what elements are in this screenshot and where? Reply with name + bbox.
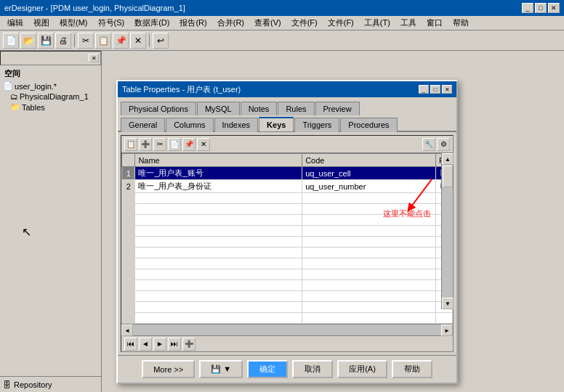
menu-window[interactable]: 窗口	[422, 17, 447, 29]
table-cut-btn[interactable]: ✂	[153, 138, 166, 151]
tree-item-physicaldiagram[interactable]: 🗂 PhysicalDiagram_1	[1, 91, 100, 102]
minimize-btn[interactable]: _	[522, 3, 533, 13]
menu-model[interactable]: 模型(M)	[55, 17, 92, 29]
tab-general[interactable]: General	[121, 118, 165, 132]
tab-indexes[interactable]: Indexes	[214, 118, 259, 132]
scroll-track[interactable]	[442, 165, 453, 298]
table-row-empty	[122, 313, 453, 324]
tab-preview-label: Preview	[323, 105, 352, 113]
menu-bar: 编辑 视图 模型(M) 符号(S) 数据库(D) 报告(R) 合并(R) 查看(…	[0, 16, 564, 30]
modal-close-btn[interactable]: ✕	[442, 85, 452, 94]
row1-name[interactable]: 唯一_用户表_账号	[135, 167, 302, 180]
close-btn[interactable]: ✕	[548, 3, 560, 13]
table-row[interactable]: 1 唯一_用户表_账号 uq_user_cell	[122, 167, 453, 180]
sidebar-tree: 空间 📄 user_login.* 🗂 PhysicalDiagram_1 📁 …	[0, 65, 101, 114]
sidebar-close-btn[interactable]: ✕	[89, 54, 99, 62]
tab-columns[interactable]: Columns	[166, 118, 213, 132]
modal-maximize-btn[interactable]: □	[430, 85, 440, 94]
tab-procedures[interactable]: Procedures	[340, 118, 397, 132]
menu-merge[interactable]: 合并(R)	[213, 17, 249, 29]
table-row[interactable]: 2 唯一_用户表_身份证 uq_user_number	[122, 180, 453, 193]
tables-icon: 📁	[10, 102, 20, 112]
menu-symbol[interactable]: 符号(S)	[94, 17, 129, 29]
table-new-btn[interactable]: 📋	[124, 138, 137, 151]
tree-item-tables[interactable]: 📁 Tables	[1, 102, 100, 113]
row2-name[interactable]: 唯一_用户表_身份证	[135, 180, 302, 193]
open-btn[interactable]: 📂	[20, 33, 36, 49]
undo-btn[interactable]: ↩	[153, 33, 169, 49]
ok-label: 确定	[259, 364, 275, 373]
row2-code[interactable]: uq_user_number	[302, 180, 436, 193]
scroll-up-btn[interactable]: ▲	[442, 153, 454, 165]
tab-notes-label: Notes	[249, 105, 270, 113]
modal-title-bar: Table Properties - 用户表 (t_user) _ □ ✕	[118, 81, 456, 97]
new-btn[interactable]: 📄	[3, 33, 19, 49]
menu-file1[interactable]: 文件(F)	[287, 17, 322, 29]
col-code-header[interactable]: Code	[302, 154, 436, 167]
menu-tools2[interactable]: 工具	[396, 17, 421, 29]
scroll-down-btn[interactable]: ▼	[442, 298, 454, 309]
mouse-cursor: ↖	[22, 225, 31, 239]
menu-tools1[interactable]: 工具(T)	[360, 17, 395, 29]
tab-procedures-label: Procedures	[348, 121, 389, 129]
repo-bar: 🗄 Repository	[0, 376, 101, 392]
menu-edit[interactable]: 编辑	[3, 17, 28, 29]
keys-table: Name Code P 1 唯一_用户表_账号	[121, 153, 453, 324]
table-row-empty	[122, 204, 453, 215]
scroll-left-btn[interactable]: ◄	[121, 324, 133, 336]
nav-prev-btn[interactable]: ◄	[139, 338, 152, 351]
table-row-empty	[122, 258, 453, 269]
app-title: erDesigner - [PDM user_login, PhysicalDi…	[4, 4, 522, 12]
scroll-right-btn[interactable]: ►	[441, 324, 453, 336]
tab-physical-options[interactable]: Physical Options	[121, 102, 196, 115]
tabs-row1: Physical Options MySQL Notes Rules Previ…	[118, 97, 456, 114]
vertical-scrollbar[interactable]: ▲ ▼	[441, 153, 453, 309]
menu-database[interactable]: 数据库(D)	[130, 17, 174, 29]
nav-next-btn[interactable]: ►	[153, 338, 166, 351]
col-name-header[interactable]: Name	[135, 154, 302, 167]
menu-view[interactable]: 视图	[29, 17, 54, 29]
nav-add-btn[interactable]: ➕	[182, 338, 196, 351]
table-filter-btn[interactable]: ⚙	[437, 138, 450, 151]
tab-mysql[interactable]: MySQL	[197, 102, 240, 115]
paste-btn[interactable]: 📌	[113, 33, 129, 49]
cut-btn[interactable]: ✂	[78, 33, 94, 49]
more-button[interactable]: More >>	[142, 360, 195, 378]
menu-file2[interactable]: 文件(F)	[323, 17, 358, 29]
nav-first-btn[interactable]: ⏮	[124, 338, 137, 351]
scroll-thumb[interactable]	[443, 166, 453, 187]
tab-preview[interactable]: Preview	[315, 102, 360, 115]
cancel-button[interactable]: 取消	[292, 360, 333, 378]
sep1	[74, 34, 75, 47]
table-prop-btn[interactable]: 🔧	[422, 138, 435, 151]
maximize-btn[interactable]: □	[535, 3, 547, 13]
table-delete-btn[interactable]: ✕	[197, 138, 210, 151]
menu-report[interactable]: 报告(R)	[175, 17, 211, 29]
help-button[interactable]: 帮助	[392, 360, 432, 378]
apply-button[interactable]: 应用(A)	[337, 360, 387, 378]
print-btn[interactable]: 🖨	[55, 33, 71, 49]
tab-triggers[interactable]: Triggers	[294, 118, 339, 132]
table-paste-btn[interactable]: 📌	[182, 138, 196, 151]
tree-item-userlogin[interactable]: 📄 user_login.*	[1, 81, 100, 91]
delete-btn[interactable]: ✕	[130, 33, 146, 49]
row1-code[interactable]: uq_user_cell	[302, 167, 436, 180]
tab-notes[interactable]: Notes	[241, 102, 278, 115]
menu-view2[interactable]: 查看(V)	[250, 17, 286, 29]
modal-minimize-btn[interactable]: _	[419, 85, 429, 94]
horizontal-scrollbar[interactable]: ◄ ►	[121, 324, 453, 335]
table-copy-btn[interactable]: 📄	[168, 138, 181, 151]
nav-last-btn[interactable]: ⏭	[168, 338, 181, 351]
tab-keys[interactable]: Keys	[259, 117, 294, 131]
diagram-icon: 🗂	[10, 92, 18, 101]
menu-help[interactable]: 帮助	[448, 17, 473, 29]
save-btn[interactable]: 💾	[38, 33, 54, 49]
repo-label: Repository	[14, 380, 52, 389]
save-button[interactable]: 💾 ▼	[199, 360, 243, 378]
table-row-empty	[122, 302, 453, 313]
ok-button[interactable]: 确定	[247, 360, 288, 378]
table-add-btn[interactable]: ➕	[139, 138, 152, 151]
scroll-track-h[interactable]	[133, 324, 441, 335]
copy-btn[interactable]: 📋	[95, 33, 111, 49]
tab-rules[interactable]: Rules	[278, 102, 314, 115]
